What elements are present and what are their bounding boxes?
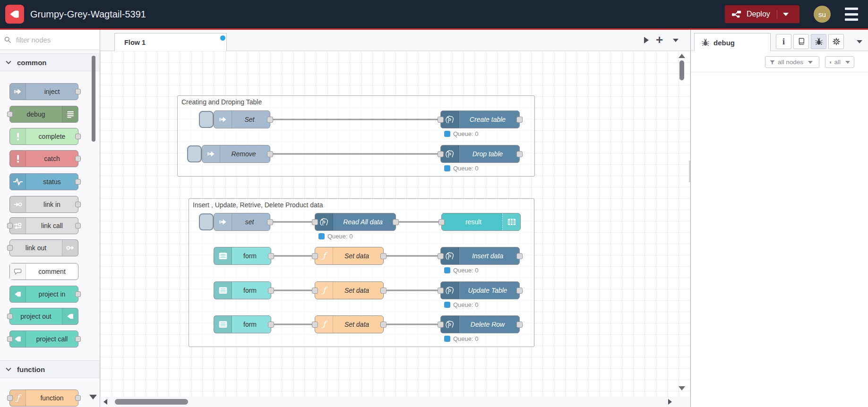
flow-node-set-data[interactable]: ƒSet data [315,281,384,299]
add-flow-button[interactable]: + [656,33,663,47]
config-tab-button[interactable] [828,34,844,49]
input-port[interactable] [7,245,13,251]
output-port[interactable] [75,202,81,207]
canvas-scroll-down-icon[interactable] [679,386,685,390]
user-avatar[interactable]: su [814,6,831,23]
output-port[interactable] [75,291,81,297]
input-port[interactable] [7,111,13,117]
next-flow-button[interactable] [644,37,649,43]
flow-node-drop-table[interactable]: Drop table [440,145,520,163]
output-port[interactable] [75,156,81,161]
canvas-vertical-scrollbar-thumb[interactable] [679,60,684,80]
flow-node-delete-row[interactable]: Delete Row [440,315,520,333]
input-port[interactable] [438,322,444,328]
deploy-options-chevron-icon[interactable] [777,10,789,19]
palette-scrollbar-thumb[interactable] [92,56,95,142]
palette-node-comment[interactable]: comment [9,263,78,280]
output-port[interactable] [268,253,274,259]
palette-node-inject[interactable]: inject [9,83,78,100]
tab-flow-1[interactable]: Flow 1 [114,33,227,51]
inject-button[interactable] [199,213,214,230]
palette-node-status[interactable]: status [9,173,78,190]
palette-category-common[interactable]: common [0,53,100,71]
palette-node-link-out[interactable]: link out [9,239,78,256]
input-port[interactable] [438,253,444,259]
sidebar-resize-handle[interactable] [689,161,690,182]
debug-tab-button[interactable] [811,34,826,49]
flow-grid[interactable]: Creating and Droping TableInsert , Updat… [100,51,690,397]
palette-node-link-call[interactable]: link call [9,217,78,234]
flow-node-read-all-data[interactable]: Read All data [315,213,396,231]
input-port[interactable] [7,395,13,401]
palette-node-project-call[interactable]: project call [9,331,78,348]
input-port[interactable] [438,288,444,294]
output-port[interactable] [516,253,523,259]
output-port[interactable] [380,253,387,259]
flow-node-set[interactable]: set [214,213,270,231]
canvas-scroll-left-icon[interactable] [103,399,107,405]
palette-node-project-out[interactable]: project out [9,308,78,325]
output-port[interactable] [75,395,81,401]
output-port[interactable] [75,134,81,139]
flow-node-set[interactable]: Set [214,110,270,128]
input-port[interactable] [438,219,445,225]
output-port[interactable] [75,336,81,342]
palette-node-link-in[interactable]: link in [9,196,78,213]
help-tab-button[interactable] [793,34,809,49]
flow-node-form[interactable]: form [214,281,271,299]
flow-node-insert-data[interactable]: Insert data [440,247,520,265]
inject-button[interactable] [199,111,214,128]
input-port[interactable] [312,288,318,294]
input-port[interactable] [7,314,13,319]
input-port[interactable] [312,322,318,328]
output-port[interactable] [393,219,399,225]
flow-node-set-data[interactable]: ƒSet data [315,247,384,265]
main-menu-button[interactable] [845,8,858,21]
palette-node-function[interactable]: ƒfunction [9,390,78,407]
palette-node-complete[interactable]: complete [9,128,78,145]
canvas-horizontal-scrollbar-thumb[interactable] [115,399,188,405]
output-port[interactable] [268,288,274,294]
info-tab-button[interactable]: i [776,34,791,49]
debug-filter-button[interactable]: all nodes [765,56,819,68]
input-port[interactable] [312,219,318,225]
palette-node-project-in[interactable]: project in [9,286,78,303]
flow-node-create-table[interactable]: Create table [440,110,520,128]
output-port[interactable] [75,179,81,185]
canvas-scroll-right-icon[interactable] [668,399,672,405]
sidebar-menu-chevron[interactable] [857,40,862,43]
tab-debug[interactable]: debug [694,33,771,51]
debug-clear-button[interactable]: all [825,56,854,68]
inject-button[interactable] [187,145,202,162]
output-port[interactable] [380,322,387,328]
input-port[interactable] [312,253,318,259]
canvas-scroll-up-icon[interactable] [679,54,685,58]
output-port[interactable] [516,151,523,157]
palette-category-function[interactable]: function [0,360,100,378]
palette-node-debug[interactable]: debug [9,106,78,123]
output-port[interactable] [268,322,274,328]
flow-list-chevron[interactable] [673,39,679,42]
output-port[interactable] [75,89,81,94]
input-port[interactable] [438,151,444,157]
input-port[interactable] [7,223,13,229]
output-port[interactable] [380,288,387,294]
flow-node-set-data[interactable]: ƒSet data [315,315,384,333]
palette-filter-input[interactable] [15,35,88,44]
deploy-button[interactable]: Deploy [725,5,799,23]
output-port[interactable] [516,117,523,123]
input-port[interactable] [7,336,13,342]
output-port[interactable] [267,151,273,157]
flow-node-form[interactable]: form [214,247,271,265]
palette-node-catch[interactable]: catch [9,150,78,167]
output-port[interactable] [267,219,273,225]
output-port[interactable] [516,288,523,294]
palette-scroll-down-icon[interactable] [89,395,97,399]
output-port[interactable] [267,117,273,123]
output-port[interactable] [75,223,81,229]
flow-node-result[interactable]: result [441,213,521,231]
input-port[interactable] [438,117,444,123]
flow-node-update-table[interactable]: Update Table [440,281,520,299]
output-port[interactable] [516,322,523,328]
flow-node-remove[interactable]: Remove [202,145,270,163]
